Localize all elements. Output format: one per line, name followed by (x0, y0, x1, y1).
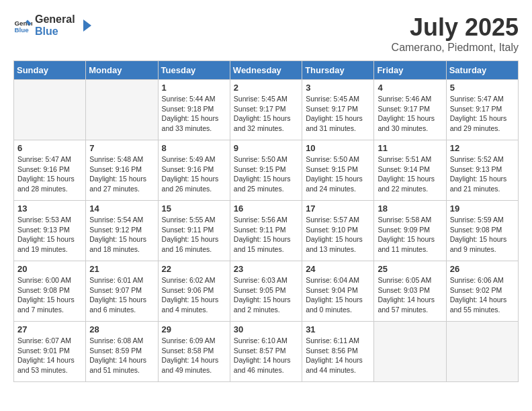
calendar-cell: 2Sunrise: 5:45 AM Sunset: 9:17 PM Daylig… (230, 80, 302, 140)
calendar-cell: 14Sunrise: 5:54 AM Sunset: 9:12 PM Dayli… (86, 201, 158, 261)
day-info: Sunrise: 6:02 AM Sunset: 9:06 PM Dayligh… (162, 275, 226, 315)
day-info: Sunrise: 5:56 AM Sunset: 9:11 PM Dayligh… (234, 215, 298, 255)
calendar-cell (446, 322, 518, 382)
day-number: 10 (306, 143, 370, 153)
day-number: 29 (162, 324, 226, 334)
calendar-cell: 13Sunrise: 5:53 AM Sunset: 9:13 PM Dayli… (14, 201, 86, 261)
day-number: 5 (450, 83, 515, 93)
day-info: Sunrise: 5:53 AM Sunset: 9:13 PM Dayligh… (17, 215, 82, 255)
weekday-header-thursday: Thursday (302, 61, 374, 80)
day-number: 2 (234, 83, 298, 93)
day-number: 28 (89, 324, 154, 334)
weekday-header-monday: Monday (86, 61, 158, 80)
calendar-cell: 5Sunrise: 5:47 AM Sunset: 9:17 PM Daylig… (446, 80, 518, 140)
logo-line1: General (35, 13, 75, 26)
svg-marker-3 (83, 19, 91, 32)
day-info: Sunrise: 5:59 AM Sunset: 9:08 PM Dayligh… (450, 215, 515, 255)
calendar-cell: 10Sunrise: 5:50 AM Sunset: 9:15 PM Dayli… (302, 140, 374, 201)
calendar-cell: 30Sunrise: 6:10 AM Sunset: 8:57 PM Dayli… (230, 322, 302, 382)
calendar-cell: 1Sunrise: 5:44 AM Sunset: 9:18 PM Daylig… (158, 80, 230, 140)
weekday-header-saturday: Saturday (446, 61, 518, 80)
calendar-cell: 24Sunrise: 6:04 AM Sunset: 9:04 PM Dayli… (302, 261, 374, 322)
weekday-header-row: SundayMondayTuesdayWednesdayThursdayFrid… (14, 61, 519, 80)
weekday-header-wednesday: Wednesday (230, 61, 302, 80)
logo: General Blue General Blue (13, 13, 93, 37)
day-number: 24 (306, 264, 370, 274)
logo-line2: Blue (35, 26, 75, 38)
calendar-cell: 27Sunrise: 6:07 AM Sunset: 9:01 PM Dayli… (14, 322, 86, 382)
calendar-cell: 26Sunrise: 6:06 AM Sunset: 9:02 PM Dayli… (446, 261, 518, 322)
day-number: 16 (234, 203, 298, 214)
calendar-cell: 9Sunrise: 5:50 AM Sunset: 9:15 PM Daylig… (230, 140, 302, 201)
day-number: 18 (378, 203, 442, 214)
day-number: 6 (17, 143, 82, 153)
calendar-cell: 18Sunrise: 5:58 AM Sunset: 9:09 PM Dayli… (374, 201, 446, 261)
day-number: 23 (234, 264, 298, 274)
calendar-cell: 17Sunrise: 5:57 AM Sunset: 9:10 PM Dayli… (302, 201, 374, 261)
calendar-cell: 12Sunrise: 5:52 AM Sunset: 9:13 PM Dayli… (446, 140, 518, 201)
calendar-cell: 11Sunrise: 5:51 AM Sunset: 9:14 PM Dayli… (374, 140, 446, 201)
day-info: Sunrise: 5:49 AM Sunset: 9:16 PM Dayligh… (162, 154, 226, 194)
day-number: 19 (450, 203, 515, 214)
day-number: 7 (89, 143, 154, 153)
calendar-cell: 28Sunrise: 6:08 AM Sunset: 8:59 PM Dayli… (86, 322, 158, 382)
weekday-header-sunday: Sunday (14, 61, 86, 80)
day-number: 27 (17, 324, 82, 334)
day-number: 25 (378, 264, 442, 274)
calendar-cell: 8Sunrise: 5:49 AM Sunset: 9:16 PM Daylig… (158, 140, 230, 201)
day-info: Sunrise: 6:11 AM Sunset: 8:56 PM Dayligh… (306, 336, 370, 375)
day-info: Sunrise: 5:51 AM Sunset: 9:14 PM Dayligh… (378, 154, 442, 194)
day-number: 11 (378, 143, 442, 153)
day-number: 20 (17, 264, 82, 274)
calendar-week-2: 6Sunrise: 5:47 AM Sunset: 9:16 PM Daylig… (14, 140, 519, 201)
day-info: Sunrise: 5:58 AM Sunset: 9:09 PM Dayligh… (378, 215, 442, 255)
logo-icon: General Blue (13, 16, 32, 35)
calendar-cell: 22Sunrise: 6:02 AM Sunset: 9:06 PM Dayli… (158, 261, 230, 322)
calendar-cell: 6Sunrise: 5:47 AM Sunset: 9:16 PM Daylig… (14, 140, 86, 201)
day-info: Sunrise: 5:54 AM Sunset: 9:12 PM Dayligh… (89, 215, 154, 255)
day-info: Sunrise: 6:04 AM Sunset: 9:04 PM Dayligh… (306, 275, 370, 315)
calendar-cell (86, 80, 158, 140)
day-number: 30 (234, 324, 298, 334)
day-info: Sunrise: 5:47 AM Sunset: 9:16 PM Dayligh… (17, 154, 82, 194)
day-number: 8 (162, 143, 226, 153)
day-info: Sunrise: 5:55 AM Sunset: 9:11 PM Dayligh… (162, 215, 226, 255)
calendar-cell: 4Sunrise: 5:46 AM Sunset: 9:17 PM Daylig… (374, 80, 446, 140)
day-info: Sunrise: 6:06 AM Sunset: 9:02 PM Dayligh… (450, 275, 515, 315)
day-info: Sunrise: 6:03 AM Sunset: 9:05 PM Dayligh… (234, 275, 298, 315)
svg-text:Blue: Blue (14, 26, 29, 33)
day-number: 12 (450, 143, 515, 153)
location: Camerano, Piedmont, Italy (392, 42, 519, 54)
day-info: Sunrise: 5:47 AM Sunset: 9:17 PM Dayligh… (450, 94, 515, 134)
day-info: Sunrise: 5:45 AM Sunset: 9:17 PM Dayligh… (306, 94, 370, 134)
day-number: 15 (162, 203, 226, 214)
day-number: 31 (306, 324, 370, 334)
day-info: Sunrise: 5:50 AM Sunset: 9:15 PM Dayligh… (234, 154, 298, 194)
day-number: 26 (450, 264, 515, 274)
day-number: 1 (162, 83, 226, 93)
day-info: Sunrise: 5:45 AM Sunset: 9:17 PM Dayligh… (234, 94, 298, 134)
title-block: July 2025 Camerano, Piedmont, Italy (392, 13, 519, 54)
day-info: Sunrise: 6:08 AM Sunset: 8:59 PM Dayligh… (89, 336, 154, 375)
calendar-cell (374, 322, 446, 382)
weekday-header-friday: Friday (374, 61, 446, 80)
day-info: Sunrise: 6:07 AM Sunset: 9:01 PM Dayligh… (17, 336, 82, 375)
day-number: 14 (89, 203, 154, 214)
day-info: Sunrise: 6:00 AM Sunset: 9:08 PM Dayligh… (17, 275, 82, 315)
day-info: Sunrise: 5:57 AM Sunset: 9:10 PM Dayligh… (306, 215, 370, 255)
day-number: 4 (378, 83, 442, 93)
day-number: 3 (306, 83, 370, 93)
calendar-week-1: 1Sunrise: 5:44 AM Sunset: 9:18 PM Daylig… (14, 80, 519, 140)
day-number: 22 (162, 264, 226, 274)
calendar-cell (14, 80, 86, 140)
day-info: Sunrise: 6:10 AM Sunset: 8:57 PM Dayligh… (234, 336, 298, 375)
day-number: 13 (17, 203, 82, 214)
calendar-cell: 25Sunrise: 6:05 AM Sunset: 9:03 PM Dayli… (374, 261, 446, 322)
day-info: Sunrise: 5:46 AM Sunset: 9:17 PM Dayligh… (378, 94, 442, 134)
calendar-week-5: 27Sunrise: 6:07 AM Sunset: 9:01 PM Dayli… (14, 322, 519, 382)
calendar-cell: 29Sunrise: 6:09 AM Sunset: 8:58 PM Dayli… (158, 322, 230, 382)
day-info: Sunrise: 6:05 AM Sunset: 9:03 PM Dayligh… (378, 275, 442, 315)
calendar-cell: 15Sunrise: 5:55 AM Sunset: 9:11 PM Dayli… (158, 201, 230, 261)
day-info: Sunrise: 6:09 AM Sunset: 8:58 PM Dayligh… (162, 336, 226, 375)
day-info: Sunrise: 6:01 AM Sunset: 9:07 PM Dayligh… (89, 275, 154, 315)
